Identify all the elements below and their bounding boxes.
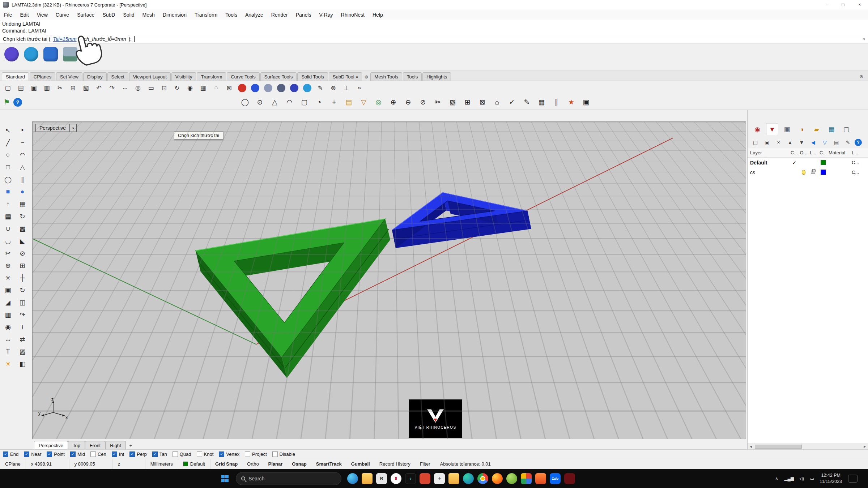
menu-item[interactable]: Panels	[292, 9, 315, 20]
menu-item[interactable]: Help	[369, 9, 387, 20]
status-pane[interactable]: Planar	[264, 461, 288, 467]
surface-icon[interactable]: ▦	[16, 198, 29, 210]
mesh-unweld-icon[interactable]: ⊖	[402, 96, 414, 108]
paperplane-icon[interactable]: ✈	[434, 473, 445, 484]
toolbar-tab[interactable]: SubD Tool »	[329, 72, 362, 81]
hide-icon[interactable]: ◌	[210, 82, 222, 94]
toolbar-tab[interactable]: Visibility	[171, 72, 196, 81]
checkbox[interactable]	[219, 451, 224, 457]
mesh-boolean-icon[interactable]: ⊠	[476, 96, 489, 108]
shaded-sphere-icon[interactable]	[249, 82, 261, 94]
ellipse-icon[interactable]: ◯	[1, 174, 15, 185]
copy-icon[interactable]: ⊞	[67, 82, 79, 94]
toolbar-tab[interactable]: Viewport Layout	[129, 72, 171, 81]
checkbox[interactable]	[3, 451, 8, 457]
gumball-icon[interactable]: ◉	[1, 321, 15, 333]
layer-column-header[interactable]: O...	[799, 150, 808, 155]
sweep-icon[interactable]: ∪	[1, 223, 15, 235]
firefox-icon[interactable]	[492, 473, 503, 484]
zoom-extents-icon[interactable]: ⊡	[158, 82, 170, 94]
measure-icon[interactable]: ↔	[1, 333, 15, 345]
undo-icon[interactable]: ↶	[93, 82, 105, 94]
mesh-check-icon[interactable]: ✓	[506, 96, 518, 108]
camera-icon[interactable]	[43, 47, 58, 61]
menu-item[interactable]: Tools	[221, 9, 241, 20]
menu-item[interactable]: Dimension	[159, 9, 191, 20]
menu-item[interactable]: Analyze	[241, 9, 267, 20]
layers-tab-icon[interactable]: ▼	[766, 124, 778, 135]
revolve-icon[interactable]: ↻	[16, 210, 29, 222]
orient-icon[interactable]: ↷	[16, 309, 29, 321]
explode-icon[interactable]: ✳	[1, 272, 15, 284]
image-tab-icon[interactable]: ▦	[825, 124, 838, 135]
material-tab-icon[interactable]: ◑	[796, 124, 808, 135]
display-tab-icon[interactable]: ▣	[781, 124, 793, 135]
toolbar-tab[interactable]: ⊛	[363, 73, 370, 81]
box-icon[interactable]: ■	[1, 186, 15, 198]
osnap-toggle[interactable]: Int	[112, 451, 124, 457]
curve-icon[interactable]: ~	[16, 137, 29, 149]
status-pane[interactable]: Record History	[375, 461, 415, 467]
sphere-icon[interactable]: ●	[16, 186, 29, 198]
viewport-title[interactable]: Perspective	[35, 124, 70, 132]
layer-row[interactable]: cs C...	[748, 167, 868, 177]
layer-linetype[interactable]: C...	[852, 160, 868, 165]
layer-column-header[interactable]: Material	[829, 150, 852, 155]
scrollbar-thumb[interactable]	[755, 445, 802, 449]
dimension-icon[interactable]: ⇄	[16, 333, 29, 345]
horizontal-scrollbar[interactable]: ◀ ▶	[748, 444, 868, 449]
mesh-flatten-icon[interactable]: ▽	[357, 96, 370, 108]
pages-icon[interactable]: ▤	[831, 138, 841, 147]
layer-column-header[interactable]: C...	[818, 150, 829, 155]
print-icon[interactable]: ▥	[41, 82, 53, 94]
ghosted-sphere-icon[interactable]	[275, 82, 287, 94]
lock-icon[interactable]: ⊠	[223, 82, 235, 94]
checkbox[interactable]	[197, 451, 202, 457]
help-icon[interactable]: ?	[13, 98, 22, 107]
mesh-house-icon[interactable]: ⌂	[491, 96, 503, 108]
tech-sphere-icon[interactable]	[301, 82, 313, 94]
osnap-toggle[interactable]: Point	[47, 451, 65, 457]
osnap-toggle[interactable]: End	[3, 451, 18, 457]
osnap-toggle[interactable]: Vertex	[219, 451, 239, 457]
status-pane[interactable]: Gumball	[346, 461, 375, 467]
layer-column-header[interactable]: C...	[790, 150, 799, 155]
viewport-tab[interactable]: Perspective	[34, 441, 68, 449]
menu-item[interactable]: Curve	[52, 9, 73, 20]
array-icon[interactable]: ▥	[1, 309, 15, 321]
folder-tab-icon[interactable]: ▰	[810, 124, 823, 135]
polygon-icon[interactable]: △	[16, 161, 29, 173]
rhino-icon[interactable]: R	[376, 473, 387, 484]
layer-color-swatch[interactable]	[821, 170, 826, 175]
menu-item[interactable]: Render	[267, 9, 292, 20]
mesh-extract-icon[interactable]: ◔	[313, 96, 326, 108]
mesh-lock-icon[interactable]: ▣	[580, 96, 592, 108]
checkbox[interactable]	[272, 451, 278, 457]
chevron-down-icon[interactable]: ▾	[863, 37, 865, 42]
menu-item[interactable]: Transform	[191, 9, 221, 20]
viewport-tab[interactable]: Top	[68, 441, 85, 449]
add-viewport-tab-icon[interactable]: +	[127, 441, 135, 449]
taskbar-clock[interactable]: 12:42 PM 11/15/2023	[820, 472, 842, 485]
checkbox[interactable]	[47, 451, 52, 457]
units-indicator[interactable]: Millimeters	[145, 459, 178, 469]
delete-layer-icon[interactable]: ×	[774, 138, 783, 147]
layer-column-header[interactable]: L...	[808, 150, 818, 155]
properties-tab-icon[interactable]: ◉	[751, 124, 763, 135]
toolbar-tab[interactable]: CPlanes	[30, 72, 55, 81]
wireframe-sphere-icon[interactable]	[262, 82, 274, 94]
viewport[interactable]: Perspective ▾ Chọn kích thước tai z y x	[32, 121, 746, 439]
mesh-patch-icon[interactable]: ◠	[283, 96, 296, 108]
mesh-grid-icon[interactable]: ⊞	[461, 96, 474, 108]
toolbar-tab[interactable]: Set View	[56, 72, 82, 81]
edge2-icon[interactable]	[463, 473, 474, 484]
monitor-tab-icon[interactable]: ▢	[840, 124, 852, 135]
cut-icon[interactable]: ✂	[54, 82, 66, 94]
move-icon[interactable]: ┼	[16, 272, 29, 284]
taskbar-search[interactable]: Search	[236, 472, 341, 485]
overflow-icon[interactable]: »	[353, 82, 365, 94]
viewport-tab[interactable]: Right	[105, 441, 125, 449]
boolean-icon[interactable]: ⊞	[16, 260, 29, 271]
osnap-toggle[interactable]: Quad	[173, 451, 191, 457]
filter-icon[interactable]: ▽	[820, 138, 830, 147]
